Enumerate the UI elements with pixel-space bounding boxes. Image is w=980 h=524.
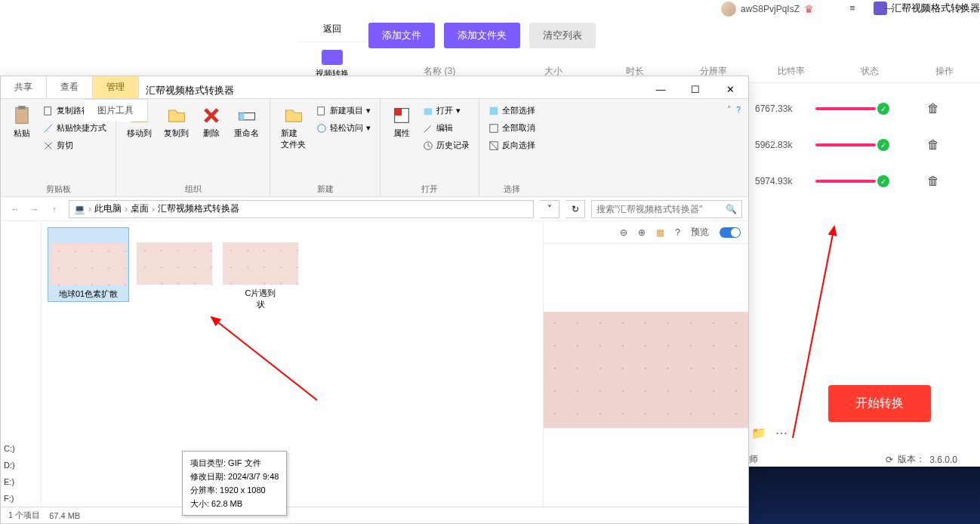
add-file-button[interactable]: 添加文件 xyxy=(368,23,435,48)
grid-icon[interactable]: ▦ xyxy=(656,227,664,238)
scissors-icon xyxy=(43,140,54,151)
file-content-area[interactable]: 地球01色素扩散 C片遇到状 项目类型: GIF 文件 修改日期: 2024/3… xyxy=(42,221,543,507)
explorer-body: C:) D:) E:) F:) 地球01色素扩散 C片遇到状 项目类型: GIF… xyxy=(1,221,748,507)
add-folder-button[interactable]: 添加文件夹 xyxy=(444,23,520,48)
table-row[interactable]: 6767.33k ✓ 🗑 xyxy=(755,91,972,127)
history-button[interactable]: 历史记录 xyxy=(421,138,471,153)
tab-manage[interactable]: 管理 xyxy=(93,76,139,98)
drive-list: C:) D:) E:) F:) xyxy=(4,440,15,507)
clear-list-button[interactable]: 清空列表 xyxy=(529,23,596,48)
properties-button[interactable]: 属性 xyxy=(388,103,415,140)
history-icon xyxy=(423,140,433,151)
select-all-icon xyxy=(488,106,499,116)
crumb-desktop[interactable]: 桌面 xyxy=(131,202,149,215)
open-button[interactable]: 打开 ▾ xyxy=(421,103,471,118)
tab-picture-tools[interactable]: 图片工具 xyxy=(84,99,148,122)
nav-tree[interactable]: C:) D:) E:) F:) xyxy=(1,221,42,507)
rename-button[interactable]: 重命名 xyxy=(231,103,262,140)
maximize-button[interactable]: ☐ xyxy=(914,0,936,15)
nav-forward-button[interactable]: → xyxy=(26,201,43,217)
tab-share[interactable]: 共享 xyxy=(1,76,47,98)
drive-c[interactable]: C:) xyxy=(4,440,15,457)
invert-selection-button[interactable]: 反向选择 xyxy=(487,138,537,153)
close-button[interactable]: ✕ xyxy=(950,0,972,15)
progress-bar xyxy=(815,180,876,183)
file-item[interactable] xyxy=(134,227,215,289)
cut-button[interactable]: 剪切 xyxy=(42,138,108,153)
more-icon[interactable]: ⋯ xyxy=(775,426,787,440)
progress-bar xyxy=(815,143,876,146)
help-icon[interactable]: ? xyxy=(675,227,680,238)
easy-access-button[interactable]: 轻松访问 ▾ xyxy=(315,121,372,135)
user-area[interactable]: awS8PvjPqIsZ ♛ xyxy=(721,2,814,17)
tab-view[interactable]: 查看 xyxy=(47,76,93,98)
trash-icon[interactable]: 🗑 xyxy=(927,138,939,152)
properties-icon xyxy=(391,105,412,126)
start-convert-button[interactable]: 开始转换 xyxy=(828,385,931,422)
pc-icon: 💻 xyxy=(74,204,85,214)
version-row: ⟳ 版本： 3.6.0.0 xyxy=(886,453,957,466)
drive-f[interactable]: F:) xyxy=(4,490,15,507)
close-button[interactable]: ✕ xyxy=(718,81,742,97)
addr-dropdown-button[interactable]: ˅ xyxy=(540,200,559,218)
preview-pane: ⊖ ⊕ ▦ ? 预览 xyxy=(543,221,748,507)
ribbon-collapse[interactable]: ˄ ? xyxy=(727,105,741,115)
trash-icon[interactable]: 🗑 xyxy=(927,174,939,188)
bitrate-value: 5962.83k xyxy=(755,140,815,150)
app-toolbar: 添加文件 添加文件夹 清空列表 xyxy=(368,23,596,48)
select-none-icon xyxy=(488,123,499,134)
refresh-icon[interactable]: ⟳ xyxy=(886,455,893,465)
file-explorer-window: 共享 查看 管理 图片工具 汇帮视频格式转换器 — ☐ ✕ ˄ ? 粘贴 复制路… xyxy=(0,76,749,524)
trash-icon[interactable]: 🗑 xyxy=(927,102,939,116)
maximize-button[interactable]: ☐ xyxy=(683,81,707,97)
table-row[interactable]: 5962.83k ✓ 🗑 xyxy=(755,127,972,163)
drive-e[interactable]: E:) xyxy=(4,473,15,490)
settings-icon[interactable]: ≡ xyxy=(841,0,864,15)
tooltip-resolution: 分辨率: 1920 x 1080 xyxy=(190,483,279,497)
new-folder-button[interactable]: 新建 文件夹 xyxy=(278,103,309,152)
search-input[interactable] xyxy=(596,204,726,214)
check-icon: ✓ xyxy=(877,139,889,151)
svg-rect-2 xyxy=(45,106,51,115)
back-button[interactable]: 返回 xyxy=(298,17,366,42)
explorer-window-controls: — ☐ ✕ xyxy=(649,81,742,97)
search-box[interactable]: 🔍 xyxy=(591,200,742,218)
file-item[interactable]: 地球01色素扩散 xyxy=(48,227,129,302)
nav-back-button[interactable]: ← xyxy=(7,201,23,217)
minimize-button[interactable]: — xyxy=(877,0,900,15)
crumb-folder[interactable]: 汇帮视频格式转换器 xyxy=(158,202,239,215)
paste-shortcut-button[interactable]: 粘贴快捷方式 xyxy=(42,121,108,135)
crumb-pc[interactable]: 此电脑 xyxy=(94,202,122,215)
breadcrumb[interactable]: 💻 › 此电脑 › 桌面 › 汇帮视频格式转换器 xyxy=(69,200,534,218)
status-bar: 1 个项目 67.4 MB xyxy=(1,507,748,523)
table-row[interactable]: 5974.93k ✓ 🗑 xyxy=(755,163,972,199)
zoom-in-icon[interactable]: ⊕ xyxy=(638,227,646,238)
bitrate-value: 6767.33k xyxy=(755,103,815,114)
paste-button[interactable]: 粘贴 xyxy=(8,103,35,140)
new-item-button[interactable]: 新建项目 ▾ xyxy=(315,103,372,118)
edit-button[interactable]: 编辑 xyxy=(421,121,471,135)
svg-rect-5 xyxy=(318,106,325,115)
zoom-out-icon[interactable]: ⊖ xyxy=(620,227,627,238)
refresh-button[interactable]: ↻ xyxy=(566,200,585,218)
delete-button[interactable]: 删除 xyxy=(198,103,225,140)
open-icon xyxy=(423,106,433,116)
copy-to-button[interactable]: 复制到 xyxy=(161,103,192,140)
preview-image xyxy=(544,312,748,428)
window-controls: ≡ — ☐ ✕ xyxy=(841,0,972,15)
col-status: 状态 xyxy=(831,65,909,78)
file-item[interactable]: C片遇到状 xyxy=(220,227,301,312)
preview-toggle[interactable] xyxy=(720,227,741,238)
check-icon: ✓ xyxy=(877,175,889,187)
drive-d[interactable]: D:) xyxy=(4,457,15,473)
select-all-button[interactable]: 全部选择 xyxy=(487,103,537,118)
svg-point-6 xyxy=(318,124,326,132)
file-thumbnail xyxy=(51,243,126,285)
nav-up-button[interactable]: ↑ xyxy=(46,201,63,217)
file-name-fragment: C片遇到状 xyxy=(221,288,300,310)
minimize-button[interactable]: — xyxy=(649,81,673,97)
select-none-button[interactable]: 全部取消 xyxy=(487,121,537,135)
user-name: awS8PvjPqIsZ xyxy=(741,4,800,14)
folder-icon[interactable]: 📁 xyxy=(751,426,766,440)
svg-rect-4 xyxy=(239,113,244,120)
